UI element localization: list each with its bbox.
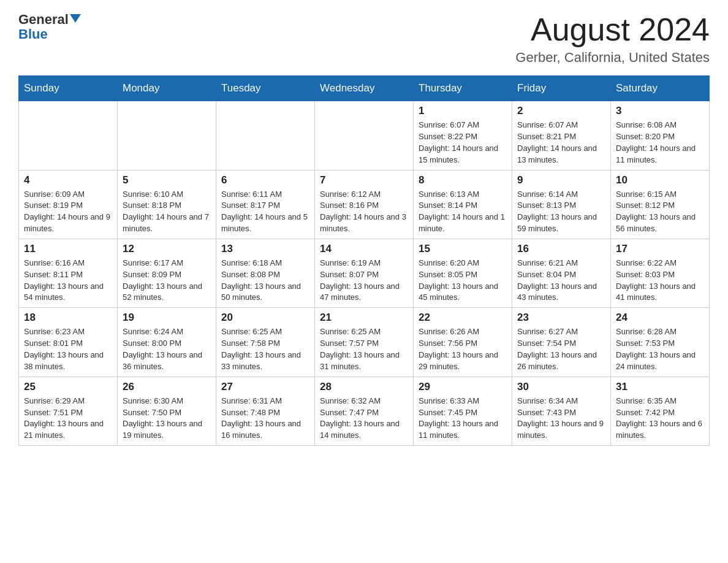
day-number: 13 — [221, 243, 309, 255]
logo: General Blue — [18, 12, 81, 42]
day-number: 8 — [419, 174, 507, 186]
day-number: 3 — [616, 105, 704, 117]
day-number: 20 — [221, 312, 309, 324]
calendar-week-1: 1Sunrise: 6:07 AM Sunset: 8:22 PM Daylig… — [19, 101, 710, 170]
day-number: 28 — [320, 381, 408, 393]
calendar-week-5: 25Sunrise: 6:29 AM Sunset: 7:51 PM Dayli… — [19, 377, 710, 445]
title-section: August 2024 Gerber, California, United S… — [515, 12, 710, 66]
logo-triangle-icon — [70, 14, 81, 23]
calendar-cell: 5Sunrise: 6:10 AM Sunset: 8:18 PM Daylig… — [118, 170, 216, 239]
day-info: Sunrise: 6:27 AM Sunset: 7:54 PM Dayligh… — [517, 326, 605, 372]
calendar-week-2: 4Sunrise: 6:09 AM Sunset: 8:19 PM Daylig… — [19, 170, 710, 239]
logo-general-text: General — [18, 12, 69, 27]
day-number: 11 — [24, 243, 112, 255]
weekday-header-saturday: Saturday — [611, 76, 710, 101]
calendar-cell — [19, 101, 118, 170]
calendar-cell: 10Sunrise: 6:15 AM Sunset: 8:12 PM Dayli… — [611, 170, 710, 239]
logo-blue-text: Blue — [18, 27, 48, 42]
day-number: 25 — [24, 381, 112, 393]
day-info: Sunrise: 6:13 AM Sunset: 8:14 PM Dayligh… — [419, 189, 507, 235]
calendar-cell: 2Sunrise: 6:07 AM Sunset: 8:21 PM Daylig… — [512, 101, 611, 170]
day-number: 19 — [123, 312, 211, 324]
day-info: Sunrise: 6:23 AM Sunset: 8:01 PM Dayligh… — [24, 326, 112, 372]
day-info: Sunrise: 6:31 AM Sunset: 7:48 PM Dayligh… — [221, 396, 309, 442]
day-number: 1 — [419, 105, 507, 117]
weekday-header-wednesday: Wednesday — [315, 76, 414, 101]
calendar-cell: 3Sunrise: 6:08 AM Sunset: 8:20 PM Daylig… — [611, 101, 710, 170]
calendar-cell: 28Sunrise: 6:32 AM Sunset: 7:47 PM Dayli… — [315, 377, 414, 445]
calendar-cell: 6Sunrise: 6:11 AM Sunset: 8:17 PM Daylig… — [216, 170, 315, 239]
location-title: Gerber, California, United States — [515, 50, 710, 66]
day-info: Sunrise: 6:17 AM Sunset: 8:09 PM Dayligh… — [123, 258, 211, 304]
day-number: 27 — [221, 381, 309, 393]
day-number: 9 — [517, 174, 605, 186]
day-number: 29 — [419, 381, 507, 393]
calendar-cell — [118, 101, 216, 170]
calendar-cell: 4Sunrise: 6:09 AM Sunset: 8:19 PM Daylig… — [19, 170, 118, 239]
day-info: Sunrise: 6:15 AM Sunset: 8:12 PM Dayligh… — [616, 189, 704, 235]
weekday-header-sunday: Sunday — [19, 76, 118, 101]
day-number: 17 — [616, 243, 704, 255]
day-number: 21 — [320, 312, 408, 324]
day-info: Sunrise: 6:35 AM Sunset: 7:42 PM Dayligh… — [616, 396, 704, 442]
day-number: 23 — [517, 312, 605, 324]
day-info: Sunrise: 6:12 AM Sunset: 8:16 PM Dayligh… — [320, 189, 408, 235]
day-info: Sunrise: 6:26 AM Sunset: 7:56 PM Dayligh… — [419, 326, 507, 372]
page-header: General Blue August 2024 Gerber, Califor… — [18, 12, 710, 66]
day-number: 22 — [419, 312, 507, 324]
calendar-cell: 25Sunrise: 6:29 AM Sunset: 7:51 PM Dayli… — [19, 377, 118, 445]
day-info: Sunrise: 6:11 AM Sunset: 8:17 PM Dayligh… — [221, 189, 309, 235]
calendar-cell: 1Sunrise: 6:07 AM Sunset: 8:22 PM Daylig… — [414, 101, 512, 170]
calendar-cell: 15Sunrise: 6:20 AM Sunset: 8:05 PM Dayli… — [414, 239, 512, 307]
day-info: Sunrise: 6:33 AM Sunset: 7:45 PM Dayligh… — [419, 396, 507, 442]
day-info: Sunrise: 6:10 AM Sunset: 8:18 PM Dayligh… — [123, 189, 211, 235]
day-info: Sunrise: 6:30 AM Sunset: 7:50 PM Dayligh… — [123, 396, 211, 442]
calendar-cell: 13Sunrise: 6:18 AM Sunset: 8:08 PM Dayli… — [216, 239, 315, 307]
day-info: Sunrise: 6:16 AM Sunset: 8:11 PM Dayligh… — [24, 258, 112, 304]
day-info: Sunrise: 6:20 AM Sunset: 8:05 PM Dayligh… — [419, 258, 507, 304]
day-number: 30 — [517, 381, 605, 393]
month-title: August 2024 — [515, 12, 710, 47]
day-number: 15 — [419, 243, 507, 255]
day-info: Sunrise: 6:25 AM Sunset: 7:57 PM Dayligh… — [320, 326, 408, 372]
calendar-header-row: SundayMondayTuesdayWednesdayThursdayFrid… — [19, 76, 710, 101]
day-info: Sunrise: 6:18 AM Sunset: 8:08 PM Dayligh… — [221, 258, 309, 304]
weekday-header-tuesday: Tuesday — [216, 76, 315, 101]
day-number: 31 — [616, 381, 704, 393]
day-number: 7 — [320, 174, 408, 186]
day-info: Sunrise: 6:29 AM Sunset: 7:51 PM Dayligh… — [24, 396, 112, 442]
calendar-cell: 31Sunrise: 6:35 AM Sunset: 7:42 PM Dayli… — [611, 377, 710, 445]
day-info: Sunrise: 6:09 AM Sunset: 8:19 PM Dayligh… — [24, 189, 112, 235]
day-number: 14 — [320, 243, 408, 255]
calendar-week-4: 18Sunrise: 6:23 AM Sunset: 8:01 PM Dayli… — [19, 308, 710, 377]
calendar-cell: 27Sunrise: 6:31 AM Sunset: 7:48 PM Dayli… — [216, 377, 315, 445]
day-number: 5 — [123, 174, 211, 186]
day-info: Sunrise: 6:25 AM Sunset: 7:58 PM Dayligh… — [221, 326, 309, 372]
calendar-cell: 12Sunrise: 6:17 AM Sunset: 8:09 PM Dayli… — [118, 239, 216, 307]
day-number: 16 — [517, 243, 605, 255]
day-number: 26 — [123, 381, 211, 393]
day-info: Sunrise: 6:24 AM Sunset: 8:00 PM Dayligh… — [123, 326, 211, 372]
day-number: 12 — [123, 243, 211, 255]
calendar-cell: 21Sunrise: 6:25 AM Sunset: 7:57 PM Dayli… — [315, 308, 414, 377]
calendar-cell: 14Sunrise: 6:19 AM Sunset: 8:07 PM Dayli… — [315, 239, 414, 307]
calendar-cell: 17Sunrise: 6:22 AM Sunset: 8:03 PM Dayli… — [611, 239, 710, 307]
calendar-cell: 24Sunrise: 6:28 AM Sunset: 7:53 PM Dayli… — [611, 308, 710, 377]
calendar-cell: 16Sunrise: 6:21 AM Sunset: 8:04 PM Dayli… — [512, 239, 611, 307]
calendar-cell: 19Sunrise: 6:24 AM Sunset: 8:00 PM Dayli… — [118, 308, 216, 377]
day-number: 2 — [517, 105, 605, 117]
weekday-header-monday: Monday — [118, 76, 216, 101]
calendar-table: SundayMondayTuesdayWednesdayThursdayFrid… — [18, 75, 710, 446]
day-info: Sunrise: 6:07 AM Sunset: 8:21 PM Dayligh… — [517, 120, 605, 166]
calendar-cell: 7Sunrise: 6:12 AM Sunset: 8:16 PM Daylig… — [315, 170, 414, 239]
calendar-cell: 20Sunrise: 6:25 AM Sunset: 7:58 PM Dayli… — [216, 308, 315, 377]
calendar-cell — [216, 101, 315, 170]
calendar-cell: 22Sunrise: 6:26 AM Sunset: 7:56 PM Dayli… — [414, 308, 512, 377]
day-info: Sunrise: 6:22 AM Sunset: 8:03 PM Dayligh… — [616, 258, 704, 304]
calendar-cell: 29Sunrise: 6:33 AM Sunset: 7:45 PM Dayli… — [414, 377, 512, 445]
day-number: 10 — [616, 174, 704, 186]
weekday-header-friday: Friday — [512, 76, 611, 101]
calendar-cell: 9Sunrise: 6:14 AM Sunset: 8:13 PM Daylig… — [512, 170, 611, 239]
calendar-cell: 8Sunrise: 6:13 AM Sunset: 8:14 PM Daylig… — [414, 170, 512, 239]
day-number: 6 — [221, 174, 309, 186]
